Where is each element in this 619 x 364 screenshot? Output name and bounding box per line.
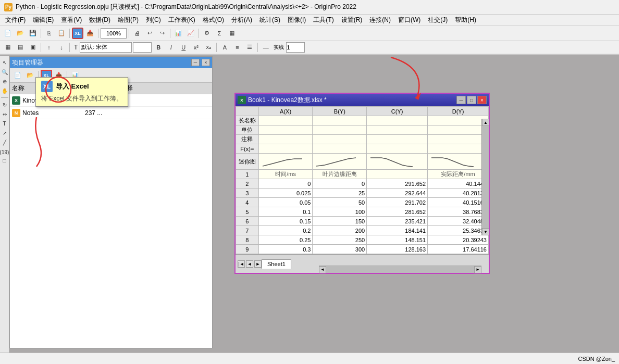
sheet-nav-first[interactable]: |◄ (238, 260, 245, 268)
italic-btn[interactable]: I (165, 42, 177, 53)
panel-pin-btn[interactable]: ─ (191, 59, 200, 66)
fmt-btn1[interactable]: ▦ (2, 42, 14, 53)
cell-b-comment[interactable] (313, 135, 367, 144)
cell-a-1[interactable]: 时间/ms (258, 170, 313, 179)
cell-d-4[interactable]: 40.15169 (428, 198, 489, 207)
cell-a-5[interactable]: 0.1 (258, 207, 313, 217)
cell-b-2[interactable]: 0 (313, 179, 367, 189)
side-text[interactable]: T (1, 119, 9, 128)
cell-c-6[interactable]: 235.421 (367, 217, 428, 226)
cell-b-5[interactable]: 100 (313, 207, 367, 217)
misc-btn3[interactable]: ▦ (226, 28, 238, 39)
cell-b-3[interactable]: 25 (313, 189, 367, 198)
cell-a-3[interactable]: 0.025 (258, 189, 313, 198)
misc-btn1[interactable]: ⚙ (201, 28, 213, 39)
cell-c-sparkline[interactable] (367, 154, 428, 170)
menu-view[interactable]: 查看(V) (58, 15, 85, 25)
panel-open-btn[interactable]: 📂 (24, 70, 36, 81)
cell-d-9[interactable]: 17.64116 (428, 245, 489, 254)
cell-a-fx[interactable] (258, 144, 313, 154)
cell-a-9[interactable]: 0.3 (258, 245, 313, 254)
redo-btn[interactable]: ↪ (156, 28, 168, 39)
cell-a-8[interactable]: 0.25 (258, 235, 313, 245)
scroll-down-btn[interactable]: ▼ (482, 228, 489, 235)
cell-d-fx[interactable] (428, 144, 489, 154)
col-b-header[interactable]: B(Y) (313, 107, 367, 116)
cell-a-4[interactable]: 0.05 (258, 198, 313, 207)
cell-c-3[interactable]: 292.644 (367, 189, 428, 198)
cell-c-longname[interactable] (367, 116, 428, 125)
cell-b-8[interactable]: 250 (313, 235, 367, 245)
cell-d-2[interactable]: 40.1448 (428, 179, 489, 189)
cell-c-5[interactable]: 281.652 (367, 207, 428, 217)
sheet-tab-1[interactable]: Sheet1 (262, 259, 291, 269)
panel-new-btn[interactable]: 📄 (12, 70, 23, 81)
cell-c-2[interactable]: 291.652 (367, 179, 428, 189)
open-btn[interactable]: 📂 (15, 28, 26, 39)
copy-btn[interactable]: ⎘ (43, 28, 55, 39)
cell-c-unit[interactable] (367, 125, 428, 135)
cell-b-longname[interactable] (313, 116, 367, 125)
scroll-thumb[interactable] (482, 126, 489, 228)
cell-c-7[interactable]: 184.141 (367, 226, 428, 235)
sub-btn[interactable]: x₂ (203, 42, 214, 53)
menu-worksheet[interactable]: 工作表(K) (165, 15, 199, 25)
cell-d-7[interactable]: 25.34632 (428, 226, 489, 235)
underline-btn[interactable]: U (178, 42, 189, 53)
cell-d-unit[interactable] (428, 125, 489, 135)
hscroll-right[interactable]: ► (474, 266, 481, 273)
cell-c-4[interactable]: 291.702 (367, 198, 428, 207)
side-cursor[interactable]: ↖ (1, 58, 9, 67)
font-input[interactable]: 默认: 宋体 (80, 42, 132, 53)
cell-b-fx[interactable] (313, 144, 367, 154)
cell-d-8[interactable]: 20.39243 (428, 235, 489, 245)
import-btn2[interactable]: 📥 (84, 28, 96, 39)
cell-d-5[interactable]: 38.76834 (428, 207, 489, 217)
cell-d-sparkline[interactable] (428, 154, 489, 170)
line-width[interactable] (286, 42, 305, 53)
zoom-input[interactable]: 100% (101, 28, 127, 39)
menu-stats[interactable]: 统计(S) (256, 15, 283, 25)
side-arrow[interactable]: ↗ (1, 129, 9, 137)
cell-c-1[interactable] (367, 170, 428, 179)
print-btn[interactable]: 🖨 (131, 28, 143, 39)
side-rect[interactable]: □ (1, 156, 9, 165)
color-btn[interactable]: A (219, 42, 230, 53)
cell-d-3[interactable]: 40.28135 (428, 189, 489, 198)
graph-btn2[interactable]: 📈 (185, 28, 196, 39)
cell-b-9[interactable]: 300 (313, 245, 367, 254)
align-left[interactable]: ≡ (231, 42, 243, 53)
cell-b-7[interactable]: 200 (313, 226, 367, 235)
side-crosshair[interactable]: ⊕ (1, 77, 9, 85)
fontsize-input[interactable] (133, 42, 152, 53)
menu-edit[interactable]: 编辑(E) (30, 15, 57, 25)
cell-b-4[interactable]: 50 (313, 198, 367, 207)
menu-window[interactable]: 窗口(W) (395, 15, 424, 25)
cell-c-fx[interactable] (367, 144, 428, 154)
menu-connect[interactable]: 连接(N) (366, 15, 394, 25)
menu-image[interactable]: 图像(I) (284, 15, 309, 25)
fmt-btn3[interactable]: ▣ (27, 42, 39, 53)
cell-d-6[interactable]: 32.40482 (428, 217, 489, 226)
menu-analysis[interactable]: 分析(A) (228, 15, 255, 25)
hscroll-thumb[interactable] (326, 266, 474, 273)
menu-settings[interactable]: 设置(R) (338, 15, 366, 25)
hscroll-left[interactable]: ◄ (319, 266, 326, 273)
cell-c-8[interactable]: 148.151 (367, 235, 428, 245)
undo-btn[interactable]: ↩ (144, 28, 155, 39)
cell-c-comment[interactable] (367, 135, 428, 144)
side-rotate[interactable]: ↻ (1, 101, 9, 109)
file-item-notes[interactable]: N Notes 237 ... (10, 107, 212, 119)
cell-b-6[interactable]: 150 (313, 217, 367, 226)
side-scale[interactable]: ⇔ (1, 110, 9, 118)
cell-b-unit[interactable] (313, 125, 367, 135)
cell-c-9[interactable]: 128.163 (367, 245, 428, 254)
misc-btn2[interactable]: Σ (214, 28, 225, 39)
menu-col[interactable]: 列(C) (143, 15, 164, 25)
line-btn[interactable]: — (260, 42, 271, 53)
wb-min-btn[interactable]: ─ (456, 96, 466, 104)
save-btn[interactable]: 💾 (27, 28, 39, 39)
menu-help[interactable]: 帮助(H) (452, 15, 479, 25)
menu-format[interactable]: 格式(O) (200, 15, 227, 25)
cell-a-sparkline[interactable] (258, 154, 313, 170)
